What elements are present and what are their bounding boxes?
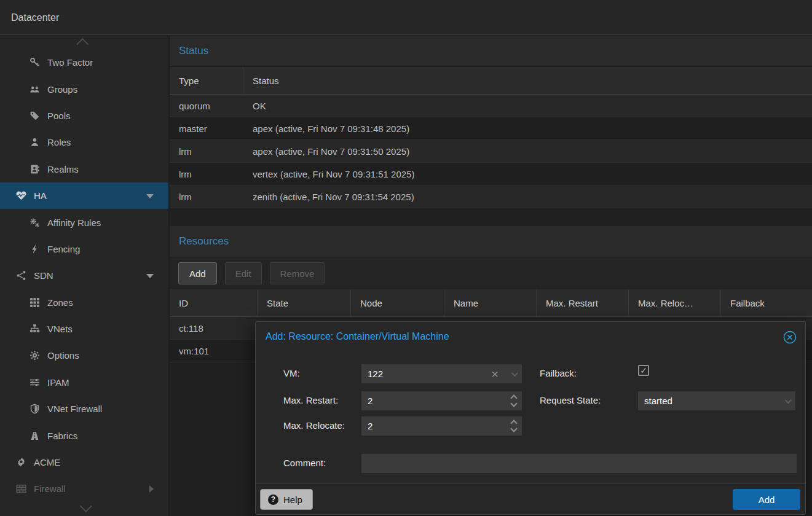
sidebar-scroll-up[interactable] <box>0 36 168 49</box>
status-panel: Status TypeStatus quorumOKmasterapex (ac… <box>170 36 812 208</box>
resources-panel-title: Resources <box>179 235 229 248</box>
vm-combobox[interactable]: 122 × <box>361 364 522 383</box>
user-icon <box>27 137 42 147</box>
status-panel-header: Status <box>170 36 812 67</box>
sidebar-item-label: IPAM <box>47 377 69 388</box>
max-restart-label: Max. Restart: <box>283 395 338 405</box>
add-resource-dialog: Add: Resource: Container/Virtual Machine… <box>255 321 806 515</box>
sidebar-item-options[interactable]: Options <box>0 342 168 369</box>
sidebar-item-realms[interactable]: Realms <box>0 156 168 182</box>
table-row[interactable]: quorumOK <box>170 95 812 117</box>
sidebar-item-roles[interactable]: Roles <box>0 129 168 155</box>
dialog-add-button[interactable]: Add <box>733 489 800 510</box>
sidebar-item-firewall[interactable]: Firewall <box>0 475 168 502</box>
table-cell: lrm <box>170 163 243 185</box>
chevron-down-icon <box>80 500 92 512</box>
column-header-id[interactable]: ID <box>170 289 258 316</box>
help-button[interactable]: ? Help <box>260 489 313 510</box>
max-restart-value: 2 <box>368 396 372 406</box>
top-bar: Datacenter <box>0 0 812 35</box>
sidebar-item-label: Roles <box>47 137 71 147</box>
sidebar-item-label: VNets <box>47 324 73 334</box>
chevron-down-icon[interactable] <box>511 370 518 377</box>
resources-table-header: IDStateNodeNameMax. RestartMax. Reloc…Fa… <box>170 289 812 317</box>
dialog-title: Add: Resource: Container/Virtual Machine <box>266 331 449 342</box>
table-row[interactable]: lrmvertex (active, Fri Nov 7 09:31:51 20… <box>170 163 812 186</box>
edit-button[interactable]: Edit <box>225 262 262 284</box>
sidebar-item-label: VNet Firewall <box>47 404 102 414</box>
max-relocate-label: Max. Relocate: <box>283 420 345 431</box>
sidebar-item-vnet-firewall[interactable]: VNet Firewall <box>0 396 168 422</box>
page-title: Datacenter <box>11 12 59 23</box>
status-table-body: quorumOKmasterapex (active, Fri Nov 7 09… <box>170 95 812 208</box>
sidebar-scroll-down[interactable] <box>0 500 168 516</box>
table-row[interactable]: lrmzenith (active, Fri Nov 7 09:31:54 20… <box>170 186 812 208</box>
checkmark-icon: ✓ <box>640 366 647 375</box>
help-button-label: Help <box>283 495 302 505</box>
column-header-type[interactable]: Type <box>170 67 243 94</box>
column-header-state[interactable]: State <box>258 289 351 316</box>
max-relocate-stepper[interactable]: 2 <box>361 416 522 436</box>
spinner-down-icon[interactable] <box>510 425 517 432</box>
table-cell: ct:118 <box>170 317 258 339</box>
expand-caret-icon[interactable] <box>149 485 154 493</box>
chevron-up-icon <box>76 38 89 50</box>
chevron-down-icon[interactable] <box>785 397 792 404</box>
resources-panel-header: Resources <box>170 226 812 257</box>
sidebar: Two FactorGroupsPoolsRolesRealmsHAAffini… <box>0 36 169 516</box>
close-icon[interactable] <box>782 330 797 345</box>
sidebar-item-label: Groups <box>47 84 77 95</box>
column-header-status[interactable]: Status <box>243 67 812 94</box>
sidebar-item-label: Pools <box>47 111 71 121</box>
remove-button[interactable]: Remove <box>270 262 325 284</box>
sidebar-item-pools[interactable]: Pools <box>0 103 168 129</box>
comment-input[interactable] <box>361 454 797 473</box>
share-nodes-icon <box>14 270 28 281</box>
sidebar-item-ha[interactable]: HA <box>0 182 168 209</box>
column-header-failback[interactable]: Failback <box>721 289 812 316</box>
question-icon: ? <box>268 495 278 505</box>
max-restart-stepper[interactable]: 2 <box>361 391 522 410</box>
clear-icon[interactable]: × <box>491 367 499 381</box>
gear-icon <box>27 350 42 361</box>
table-cell: apex (active, Fri Nov 7 09:31:48 2025) <box>243 117 812 139</box>
bolt-icon <box>27 244 42 254</box>
sidebar-item-zones[interactable]: Zones <box>0 289 168 316</box>
sidebar-item-groups[interactable]: Groups <box>0 76 168 102</box>
table-cell: vertex (active, Fri Nov 7 09:31:51 2025) <box>243 163 812 185</box>
sidebar-item-label: Firewall <box>34 483 66 494</box>
spinner-down-icon[interactable] <box>510 400 517 407</box>
column-header-name[interactable]: Name <box>444 289 537 316</box>
sidebar-item-label: HA <box>34 190 47 201</box>
request-state-value: started <box>644 396 672 406</box>
add-button[interactable]: Add <box>178 262 217 284</box>
collapse-caret-icon[interactable] <box>146 274 154 278</box>
request-state-select[interactable]: started <box>638 391 795 410</box>
sidebar-item-affinity-rules[interactable]: Affinity Rules <box>0 209 168 235</box>
failback-checkbox[interactable]: ✓ <box>638 365 649 376</box>
sidebar-item-fabrics[interactable]: Fabrics <box>0 422 168 448</box>
shield-icon <box>27 404 42 414</box>
sidebar-item-label: SDN <box>34 270 53 281</box>
column-header-node[interactable]: Node <box>351 289 444 316</box>
sidebar-item-label: Fabrics <box>47 431 77 441</box>
sidebar-item-label: Options <box>47 350 79 361</box>
table-row[interactable]: lrmapex (active, Fri Nov 7 09:31:50 2025… <box>170 140 812 163</box>
table-row[interactable]: masterapex (active, Fri Nov 7 09:31:48 2… <box>170 117 812 140</box>
column-header-max-reloc-[interactable]: Max. Reloc… <box>629 289 721 316</box>
resources-toolbar: Add Edit Remove <box>170 257 812 289</box>
sidebar-item-fencing[interactable]: Fencing <box>0 236 168 262</box>
sidebar-item-two-factor[interactable]: Two Factor <box>0 49 168 76</box>
table-cell: OK <box>243 95 812 117</box>
sitemap-icon <box>27 324 42 334</box>
sidebar-item-vnets[interactable]: VNets <box>0 316 168 342</box>
tag-icon <box>27 111 42 121</box>
sidebar-item-acme[interactable]: ACME <box>0 449 168 475</box>
sidebar-item-label: Affinity Rules <box>47 217 101 228</box>
collapse-caret-icon[interactable] <box>146 194 154 198</box>
column-header-max-restart[interactable]: Max. Restart <box>537 289 629 316</box>
sidebar-item-ipam[interactable]: IPAM <box>0 369 168 396</box>
status-table-header: TypeStatus <box>170 67 812 95</box>
sidebar-item-sdn[interactable]: SDN <box>0 262 168 289</box>
key-icon <box>27 57 42 68</box>
